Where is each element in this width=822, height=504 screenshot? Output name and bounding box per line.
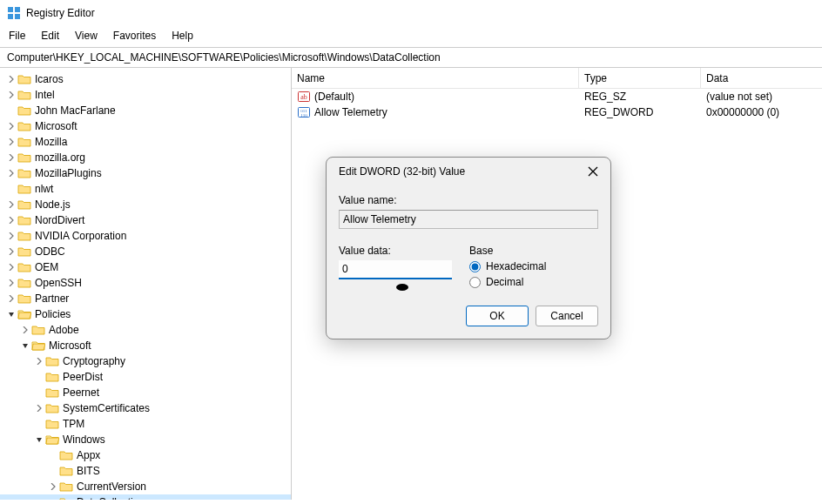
reg-string-icon: ab [297, 90, 311, 104]
tree-item-label: Partner [35, 292, 69, 305]
chevron-right-icon[interactable] [5, 230, 17, 242]
tree-item-label: Peernet [63, 386, 99, 399]
chevron-right-icon[interactable] [5, 292, 17, 305]
tree-item[interactable]: DataCollection [0, 494, 291, 500]
tree-item[interactable]: OpenSSH [0, 275, 291, 291]
tree-item[interactable]: Microsoft [0, 118, 291, 134]
folder-icon [17, 292, 31, 305]
tree-item[interactable]: Icaros [0, 71, 291, 87]
menu-favorites[interactable]: Favorites [113, 30, 156, 42]
chevron-right-icon[interactable] [5, 261, 17, 273]
tree-item[interactable]: MozillaPlugins [0, 165, 291, 181]
folder-icon [31, 324, 45, 336]
tree-item[interactable]: Partner [0, 291, 291, 306]
tree-item-label: CurrentVersion [77, 480, 146, 493]
chevron-down-icon[interactable] [19, 339, 31, 352]
folder-icon [17, 120, 31, 132]
tree-item[interactable]: John MacFarlane [0, 103, 291, 118]
svg-rect-0 [8, 7, 13, 12]
chevron-right-icon[interactable] [19, 324, 31, 336]
radio-dec-input[interactable] [469, 277, 481, 288]
tree-item-label: MozillaPlugins [35, 167, 102, 179]
value-data-field[interactable] [339, 260, 452, 279]
folder-open-icon [45, 433, 59, 446]
tree-item[interactable]: Cryptography [0, 353, 291, 369]
col-header-type[interactable]: Type [579, 68, 701, 88]
chevron-right-icon[interactable] [5, 245, 17, 258]
tree-item[interactable]: mozilla.org [0, 150, 291, 165]
address-bar[interactable]: Computer\HKEY_LOCAL_MACHINE\SOFTWARE\Pol… [0, 47, 822, 68]
tree-item[interactable]: TPM [0, 416, 291, 432]
tree-item-label: OEM [35, 261, 58, 273]
col-header-data[interactable]: Data [701, 68, 822, 88]
tree-item[interactable]: Mozilla [0, 134, 291, 150]
tree-item[interactable]: NordDivert [0, 212, 291, 228]
chevron-right-icon[interactable] [5, 214, 17, 226]
chevron-right-icon[interactable] [5, 151, 17, 164]
chevron-right-icon[interactable] [5, 198, 17, 211]
value-data-label: Value data: [339, 245, 452, 257]
chevron-right-icon[interactable] [33, 355, 45, 367]
tree-item[interactable]: Policies [0, 306, 291, 322]
folder-icon [17, 136, 31, 148]
value-name: Allow Telemetry [314, 106, 387, 118]
list-item[interactable]: ab(Default)REG_SZ(value not set) [292, 89, 822, 104]
chevron-right-icon[interactable] [47, 480, 59, 493]
tree-item[interactable]: ODBC [0, 244, 291, 259]
tree-item[interactable]: CurrentVersion [0, 479, 291, 494]
menu-file[interactable]: File [9, 30, 25, 42]
folder-open-icon [31, 339, 45, 352]
tree-item[interactable]: Microsoft [0, 338, 291, 353]
tree-item[interactable]: NVIDIA Corporation [0, 228, 291, 244]
cancel-button[interactable]: Cancel [536, 306, 598, 326]
svg-rect-1 [15, 7, 20, 12]
window-title: Registry Editor [26, 7, 95, 19]
tree-item[interactable]: PeerDist [0, 369, 291, 385]
tree-item[interactable]: Windows [0, 432, 291, 447]
folder-icon [17, 167, 31, 179]
tree-item[interactable]: Intel [0, 87, 291, 103]
chevron-right-icon[interactable] [5, 120, 17, 132]
chevron-right-icon[interactable] [5, 136, 17, 148]
col-header-name[interactable]: Name [292, 68, 579, 88]
value-type: REG_SZ [579, 89, 701, 104]
folder-icon [17, 277, 31, 289]
tree-item[interactable]: Appx [0, 447, 291, 463]
tree-item[interactable]: Adobe [0, 322, 291, 338]
tree-panel[interactable]: IcarosIntelJohn MacFarlaneMicrosoftMozil… [0, 68, 292, 500]
chevron-right-icon[interactable] [5, 167, 17, 179]
folder-icon [45, 418, 59, 430]
value-type: REG_DWORD [579, 104, 701, 120]
chevron-down-icon[interactable] [5, 308, 17, 320]
tree-item[interactable]: nlwt [0, 181, 291, 197]
tree-item-label: OpenSSH [35, 277, 82, 289]
menu-view[interactable]: View [75, 30, 98, 42]
tree-item[interactable]: OEM [0, 259, 291, 275]
radio-hex-label: Hexadecimal [486, 260, 546, 272]
menu-help[interactable]: Help [172, 30, 193, 42]
folder-icon [45, 402, 59, 414]
list-item[interactable]: 011110Allow TelemetryREG_DWORD0x00000000… [292, 104, 822, 120]
tree-item[interactable]: Peernet [0, 385, 291, 400]
chevron-right-icon[interactable] [5, 277, 17, 289]
chevron-right-icon[interactable] [5, 73, 17, 85]
chevron-down-icon[interactable] [33, 433, 45, 446]
radio-hex-input[interactable] [469, 261, 481, 272]
radio-hex[interactable]: Hexadecimal [469, 260, 598, 272]
chevron-right-icon[interactable] [5, 89, 17, 101]
tree-item[interactable]: SystemCertificates [0, 400, 291, 416]
svg-rect-2 [8, 14, 13, 19]
tree-item-label: Windows [63, 433, 105, 446]
menu-edit[interactable]: Edit [41, 30, 59, 42]
folder-icon [17, 261, 31, 273]
tree-item-label: NordDivert [35, 214, 84, 226]
tree-item[interactable]: BITS [0, 463, 291, 479]
tree-item[interactable]: Node.js [0, 197, 291, 212]
close-icon[interactable] [586, 165, 600, 178]
ok-button[interactable]: OK [466, 306, 529, 326]
tree-item-label: Icaros [35, 73, 64, 85]
tree-item-label: Microsoft [49, 339, 91, 352]
chevron-right-icon[interactable] [33, 402, 45, 414]
radio-dec[interactable]: Decimal [469, 276, 598, 288]
folder-icon [59, 449, 73, 461]
